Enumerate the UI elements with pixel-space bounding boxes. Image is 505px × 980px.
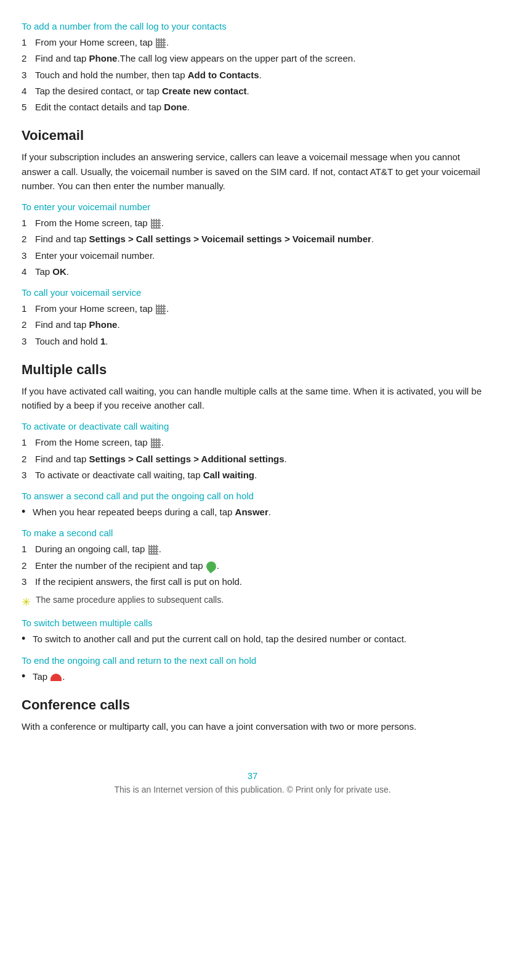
make-second-call-heading: To make a second call (22, 528, 483, 538)
end-call-item: • Tap . (22, 669, 483, 684)
grid-icon (156, 304, 166, 314)
vm-step-2: 2 Find and tap Settings > Call settings … (22, 232, 483, 246)
call-icon (204, 559, 219, 573)
msc-step-3: 3 If the recipient answers, the first ca… (22, 574, 483, 589)
conference-calls-body: With a conference or multiparty call, yo… (22, 719, 483, 733)
page-number: 37 (22, 770, 483, 781)
step-4: 4 Tap the desired contact, or tap Create… (22, 84, 483, 98)
answer-second-call-item: • When you hear repeated beeps during a … (22, 505, 483, 519)
step-3: 3 Touch and hold the number, then tap Ad… (22, 68, 483, 82)
make-second-call-steps: 1 During an ongoing call, tap . 2 Enter … (22, 542, 483, 589)
enter-voicemail-steps: 1 From the Home screen, tap . 2 Find and… (22, 216, 483, 279)
add-number-steps: 1 From your Home screen, tap . 2 Find an… (22, 35, 483, 114)
multiple-calls-body: If you have activated call waiting, you … (22, 384, 483, 413)
footer-text: This is an Internet version of this publ… (22, 785, 483, 794)
grid-icon (151, 219, 161, 229)
aw-step-2: 2 Find and tap Settings > Call settings … (22, 452, 483, 466)
aw-step-3: 3 To activate or deactivate call waiting… (22, 468, 483, 482)
aw-step-1: 1 From the Home screen, tap . (22, 435, 483, 449)
voicemail-body: If your subscription includes an answeri… (22, 150, 483, 193)
activate-waiting-heading: To activate or deactivate call waiting (22, 421, 483, 431)
cvm-step-2: 2 Find and tap Phone. (22, 317, 483, 332)
end-call-heading: To end the ongoing call and return to th… (22, 655, 483, 666)
add-number-heading: To add a number from the call log to you… (22, 21, 483, 31)
step-1: 1 From your Home screen, tap . (22, 35, 483, 49)
add-number-section: To add a number from the call log to you… (22, 21, 483, 114)
vm-step-3: 3 Enter your voicemail number. (22, 248, 483, 263)
call-voicemail-heading: To call your voicemail service (22, 287, 483, 298)
grid-icon (156, 38, 166, 48)
end-call-bullets: • Tap . (22, 669, 483, 684)
grid-icon (148, 545, 158, 555)
switch-calls-bullets: • To switch to another call and put the … (22, 632, 483, 646)
enter-voicemail-heading: To enter your voicemail number (22, 202, 483, 212)
tip-text: The same procedure applies to subsequent… (36, 595, 224, 605)
msc-step-1: 1 During an ongoing call, tap . (22, 542, 483, 556)
tip-box: ✳ The same procedure applies to subseque… (22, 595, 483, 609)
voicemail-section: Voicemail If your subscription includes … (22, 128, 483, 348)
switch-calls-heading: To switch between multiple calls (22, 618, 483, 628)
call-voicemail-steps: 1 From your Home screen, tap . 2 Find an… (22, 301, 483, 348)
grid-icon (151, 438, 161, 448)
multiple-calls-heading: Multiple calls (22, 362, 483, 378)
step-2: 2 Find and tap Phone.The call log view a… (22, 51, 483, 65)
cvm-step-1: 1 From your Home screen, tap . (22, 301, 483, 316)
vm-step-1: 1 From the Home screen, tap . (22, 216, 483, 230)
cvm-step-3: 3 Touch and hold 1. (22, 334, 483, 348)
tip-icon: ✳ (22, 595, 31, 609)
answer-second-call-heading: To answer a second call and put the ongo… (22, 491, 483, 501)
switch-calls-item: • To switch to another call and put the … (22, 632, 483, 646)
answer-second-call-bullets: • When you hear repeated beeps during a … (22, 505, 483, 519)
msc-step-2: 2 Enter the number of the recipient and … (22, 558, 483, 573)
conference-calls-section: Conference calls With a conference or mu… (22, 697, 483, 733)
multiple-calls-section: Multiple calls If you have activated cal… (22, 362, 483, 684)
activate-waiting-steps: 1 From the Home screen, tap . 2 Find and… (22, 435, 483, 482)
end-call-icon (50, 674, 62, 681)
page-footer: 37 This is an Internet version of this p… (22, 770, 483, 794)
vm-step-4: 4 Tap OK. (22, 264, 483, 279)
step-5: 5 Edit the contact details and tap Done. (22, 100, 483, 114)
conference-calls-heading: Conference calls (22, 697, 483, 713)
voicemail-heading: Voicemail (22, 128, 483, 144)
